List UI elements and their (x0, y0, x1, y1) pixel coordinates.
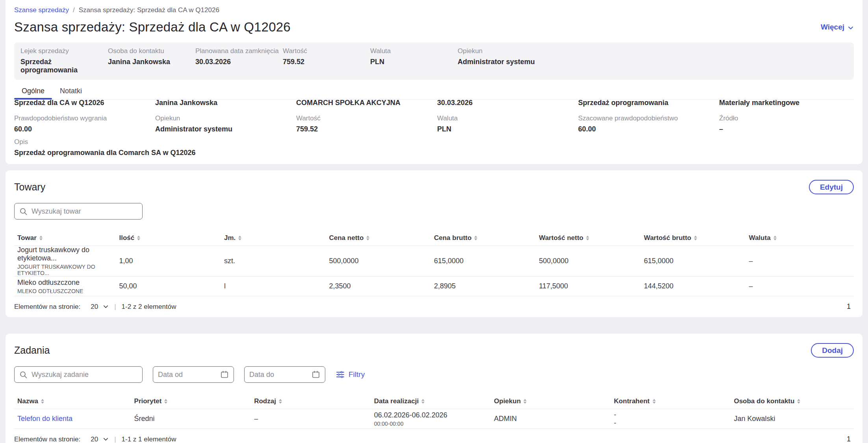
column-header-opiekun[interactable]: Opiekun (494, 397, 614, 405)
more-button[interactable]: Więcej (821, 23, 854, 31)
detail-value-name: Sprzedaż dla CA w Q12026 (14, 100, 149, 112)
detail-field-source: Źródło – (719, 114, 854, 133)
add-task-button[interactable]: Dodaj (811, 343, 854, 358)
sort-icon (137, 236, 140, 240)
task-time-range: 00:00-00:00 (374, 421, 494, 427)
sort-icon (474, 236, 477, 240)
column-header-osoba-do-kontaktu[interactable]: Osoba do kontaktu (734, 397, 854, 405)
calendar-icon[interactable] (312, 370, 320, 379)
sort-icon (39, 236, 43, 240)
summary-field-funnel: Lejek sprzedaży Sprzedaż oprogramowania (20, 47, 108, 74)
task-priority: Średni (134, 415, 254, 423)
task-contractor: - (614, 419, 734, 427)
sort-icon (797, 399, 800, 404)
table-row[interactable]: Jogurt truskawkowy do etykietowa... JOGU… (14, 245, 854, 276)
product-name: Mleko odtłuszczone (17, 279, 119, 287)
per-page-select[interactable]: 20 (86, 303, 109, 311)
detail-value-stage: Materiały marketingowe (719, 100, 854, 112)
sort-icon (164, 399, 167, 404)
breadcrumb-current: Szansa sprzedaży: Sprzedaż dla CA w Q120… (79, 6, 219, 14)
column-header-cena-netto[interactable]: Cena netto (329, 234, 434, 242)
product-gross-price: 615,0000 (434, 257, 539, 265)
column-header-data-realizacji[interactable]: Data realizacji (374, 397, 494, 405)
products-pagination: Elementów na stronie: 20 | 1-2 z 2 eleme… (14, 296, 854, 317)
date-from-input[interactable] (158, 371, 205, 379)
summary-field-owner: Opiekun Administrator systemu (458, 47, 848, 74)
sort-icon (41, 399, 44, 404)
tasks-pagination: Elementów na stronie: 20 | 1-1 z 1 eleme… (14, 428, 854, 443)
pagination-range: 1-2 z 2 elementów (122, 303, 176, 311)
per-page-label: Elementów na stronie: (14, 303, 80, 311)
breadcrumb-link-opportunities[interactable]: Szanse sprzedaży (14, 6, 69, 14)
task-name-link[interactable]: Telefon do klienta (17, 415, 72, 423)
breadcrumb: Szanse sprzedaży / Szansa sprzedaży: Spr… (14, 6, 854, 14)
tabbar: Ogólne Notatki (14, 84, 854, 100)
product-search-input[interactable] (32, 207, 137, 216)
column-header-cena-brutto[interactable]: Cena brutto (434, 234, 539, 242)
column-header-jm[interactable]: Jm. (224, 234, 329, 242)
detail-value-contractor: COMARCH SPOŁKA AKCYJNA (296, 100, 431, 112)
column-header-waluta[interactable]: Waluta (749, 234, 854, 242)
product-qty: 1,00 (119, 257, 224, 265)
search-icon (19, 207, 28, 216)
per-page-label: Elementów na stronie: (14, 436, 80, 443)
pagination-separator: | (114, 436, 116, 443)
detail-field-estimated-probability: Szacowane prawdopodobieństwo 60.00 (578, 114, 713, 133)
table-row[interactable]: Telefon do klienta Średni – 06.02.2026-0… (14, 409, 854, 428)
task-type: – (254, 415, 374, 423)
product-gross-value: 144,5200 (644, 282, 749, 290)
product-search-box (14, 203, 143, 220)
column-header-nazwa[interactable]: Nazwa (14, 397, 134, 405)
filters-button[interactable]: Filtry (336, 370, 365, 379)
products-card: Towary Edytuj Towar Ilość Jm. Cena netto… (6, 170, 862, 317)
product-name: Jogurt truskawkowy do etykietowa... (17, 246, 119, 262)
products-title: Towary (14, 181, 45, 193)
tab-general[interactable]: Ogólne (14, 84, 52, 99)
summary-field-close-date: Planowana data zamknięcia 30.03.2026 (195, 47, 283, 74)
pagination-separator: | (114, 303, 116, 311)
detail-field-value: Wartość 759.52 (296, 114, 431, 133)
search-icon (19, 371, 28, 379)
task-contractor: - (614, 411, 734, 419)
product-code: JOGURT TRUSKAWKOWY DO ETYKIETO... (17, 264, 119, 276)
column-header-wartosc-netto[interactable]: Wartość netto (539, 234, 644, 242)
column-header-kontrahent[interactable]: Kontrahent (614, 397, 734, 405)
date-from-field (153, 366, 234, 383)
date-to-input[interactable] (249, 371, 297, 379)
detail-field-currency: Waluta PLN (437, 114, 572, 133)
detail-value-funnel: Sprzedaż oprogramowania (578, 100, 713, 112)
detail-field-win-probability: Prawdopodobieństwo wygrania 60.00 (14, 114, 149, 133)
product-net-value: 500,0000 (539, 257, 644, 265)
sort-icon (773, 236, 777, 240)
tasks-card: Zadania Dodaj Filtry Nazwa Priorytet Rod… (6, 334, 862, 443)
summary-field-value: Wartość 759.52 (283, 47, 370, 74)
page-number[interactable]: 1 (847, 435, 851, 443)
task-date-range: 06.02.2026-06.02.2026 (374, 411, 494, 419)
column-header-priorytet[interactable]: Priorytet (134, 397, 254, 405)
product-gross-value: 615,0000 (644, 257, 749, 265)
column-header-wartosc-brutto[interactable]: Wartość brutto (644, 234, 749, 242)
column-header-towar[interactable]: Towar (14, 234, 119, 242)
tab-notes[interactable]: Notatki (52, 84, 90, 99)
product-currency: – (749, 257, 854, 265)
summary-field-currency: Waluta PLN (370, 47, 458, 74)
column-header-rodzaj[interactable]: Rodzaj (254, 397, 374, 405)
per-page-select[interactable]: 20 (86, 436, 109, 443)
summary-strip: Lejek sprzedaży Sprzedaż oprogramowania … (14, 42, 854, 80)
detail-value-contact: Janina Jankowska (155, 100, 290, 112)
sort-icon (586, 236, 589, 240)
product-net-price: 2,3500 (329, 282, 434, 290)
products-table-header: Towar Ilość Jm. Cena netto Cena brutto W… (14, 231, 854, 245)
task-contact: Jan Kowalski (734, 415, 854, 423)
sort-icon (523, 399, 527, 404)
column-header-ilosc[interactable]: Ilość (119, 234, 224, 242)
table-row[interactable]: Mleko odtłuszczone MLEKO ODTŁUSZCZONE 50… (14, 276, 854, 296)
sort-icon (279, 399, 282, 404)
product-net-value: 117,5000 (539, 282, 644, 290)
detail-field-owner: Opiekun Administrator systemu (155, 114, 290, 133)
sort-icon (694, 236, 697, 240)
calendar-icon[interactable] (220, 370, 229, 379)
task-search-input[interactable] (32, 371, 137, 379)
edit-products-button[interactable]: Edytuj (809, 180, 854, 194)
page-number[interactable]: 1 (847, 303, 851, 311)
